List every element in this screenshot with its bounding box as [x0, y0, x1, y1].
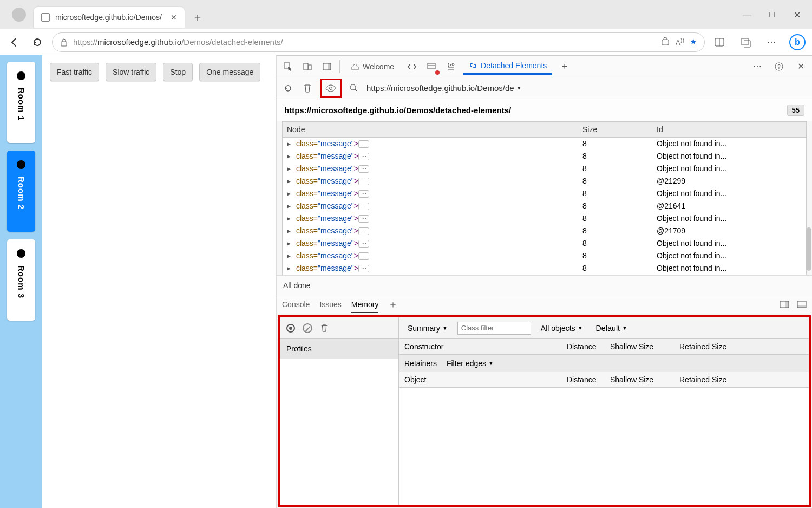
col-distance[interactable]: Distance — [561, 339, 605, 354]
col-node[interactable]: Node — [283, 122, 578, 137]
devtools-tab-bar: Welcome Detached Elements ＋ ⋯ ? ✕ — [277, 56, 812, 77]
read-aloud-icon[interactable]: A)) — [676, 37, 684, 47]
refresh-button[interactable] — [29, 34, 45, 50]
one-message-button[interactable]: One message — [199, 63, 260, 81]
stop-button[interactable]: Stop — [163, 63, 193, 81]
node-cell: ▸ class="message">⋯ — [283, 138, 578, 150]
tab-console[interactable]: Console — [282, 300, 310, 309]
col-distance2[interactable]: Distance — [561, 372, 605, 387]
browser-tab[interactable]: microsoftedge.github.io/Demos/ ✕ — [34, 7, 185, 28]
more-icon[interactable]: ⋯ — [763, 34, 780, 50]
object-headers: Object Distance Shallow Size Retained Si… — [399, 372, 809, 388]
col-size[interactable]: Size — [578, 122, 652, 137]
svg-rect-9 — [328, 63, 331, 70]
expand-drawer-icon[interactable] — [797, 301, 807, 308]
delete-profile-icon[interactable] — [320, 324, 329, 333]
svg-point-15 — [330, 87, 332, 89]
table-row[interactable]: ▸ class="message">⋯8Object not found in.… — [283, 150, 806, 162]
table-row[interactable]: ▸ class="message">⋯8@21641 — [283, 200, 806, 212]
col-constructor[interactable]: Constructor — [399, 339, 561, 354]
delete-icon[interactable] — [300, 81, 315, 95]
col-retained-size2[interactable]: Retained Size — [674, 372, 809, 387]
table-row[interactable]: ▸ class="message">⋯8Object not found in.… — [283, 237, 806, 250]
panel-icon[interactable] — [320, 60, 334, 74]
room-3-button[interactable]: Room 3 — [7, 239, 35, 321]
close-tab-icon[interactable]: ✕ — [171, 13, 177, 22]
table-row[interactable]: ▸ class="message">⋯8Object not found in.… — [283, 187, 806, 200]
table-row[interactable]: ▸ class="message">⋯8Object not found in.… — [283, 250, 806, 262]
view-selector[interactable]: Summary ▼ — [404, 323, 451, 334]
inspect-icon[interactable] — [281, 60, 295, 74]
minimize-icon[interactable]: — — [742, 10, 752, 20]
tab-memory[interactable]: Memory — [351, 300, 379, 313]
col-object[interactable]: Object — [399, 372, 561, 387]
tab-detached-elements[interactable]: Detached Elements — [463, 58, 552, 75]
room-1-button[interactable]: Room 1 — [7, 62, 35, 143]
search-icon[interactable] — [347, 81, 361, 95]
collections-icon[interactable] — [737, 34, 754, 50]
filter-edges-dropdown[interactable]: Filter edges ▼ — [443, 358, 497, 369]
table-row[interactable]: ▸ class="message">⋯8Object not found in.… — [283, 138, 806, 150]
elements-icon[interactable] — [405, 60, 419, 74]
favorite-star-icon[interactable]: ★ — [690, 37, 697, 47]
tab-welcome[interactable]: Welcome — [345, 59, 400, 74]
table-row[interactable]: ▸ class="message">⋯8@21709 — [283, 225, 806, 237]
table-row[interactable]: ▸ class="message">⋯8Object not found in.… — [283, 212, 806, 225]
detached-toolbar: https://microsoftedge.github.io/Demos/de… — [277, 77, 812, 99]
shopping-icon[interactable] — [660, 37, 670, 47]
origin-selector[interactable]: https://microsoftedge.github.io/Demos/de… — [366, 83, 522, 93]
more-tools-icon[interactable]: ⋯ — [750, 60, 764, 74]
table-row[interactable]: ▸ class="message">⋯8Object not found in.… — [283, 162, 806, 175]
svg-text:?: ? — [777, 64, 781, 70]
help-icon[interactable]: ? — [772, 60, 786, 74]
svg-rect-0 — [61, 42, 67, 46]
add-drawer-tab-icon[interactable]: ＋ — [388, 298, 398, 311]
add-tab-icon[interactable]: ＋ — [558, 60, 572, 74]
id-cell: @21641 — [652, 200, 806, 212]
room-label: Room 2 — [17, 177, 26, 210]
close-window-icon[interactable]: ✕ — [791, 10, 802, 20]
bing-icon[interactable]: b — [789, 34, 806, 50]
col-shallow-size2[interactable]: Shallow Size — [605, 372, 674, 387]
slow-traffic-button[interactable]: Slow traffic — [106, 63, 156, 81]
device-icon[interactable] — [300, 60, 315, 74]
size-cell: 8 — [578, 237, 652, 250]
origin-url: https://microsoftedge.github.io/Demos/de… — [284, 106, 511, 115]
network-icon[interactable] — [424, 60, 438, 74]
devtools-pane: Welcome Detached Elements ＋ ⋯ ? ✕ — [277, 55, 812, 508]
room-label: Room 1 — [17, 88, 26, 121]
id-cell: Object not found in... — [652, 212, 806, 225]
col-retained-size[interactable]: Retained Size — [674, 339, 809, 354]
dock-icon[interactable] — [780, 301, 789, 308]
svg-rect-21 — [797, 305, 806, 308]
scrollbar-thumb[interactable] — [806, 227, 811, 271]
id-cell: @21709 — [652, 225, 806, 237]
room-2-button[interactable]: Room 2 — [7, 151, 35, 232]
address-bar[interactable]: https://microsoftedge.github.io/Demos/de… — [52, 32, 705, 52]
new-tab-button[interactable]: ＋ — [189, 9, 206, 26]
refresh-icon[interactable] — [281, 81, 295, 95]
status-dot — [17, 160, 25, 169]
node-cell: ▸ class="message">⋯ — [283, 162, 578, 175]
tab-issues[interactable]: Issues — [319, 300, 341, 309]
sources-icon[interactable] — [444, 60, 458, 74]
col-shallow-size[interactable]: Shallow Size — [605, 339, 674, 354]
retainers-filter[interactable]: Default ▼ — [593, 323, 631, 334]
objects-filter[interactable]: All objects ▼ — [538, 323, 586, 334]
split-screen-icon[interactable] — [711, 34, 728, 50]
maximize-icon[interactable]: □ — [767, 10, 777, 20]
record-icon[interactable] — [286, 324, 295, 333]
profile-avatar[interactable] — [12, 8, 26, 22]
fast-traffic-button[interactable]: Fast traffic — [50, 63, 99, 81]
back-button[interactable] — [6, 34, 23, 50]
node-cell: ▸ class="message">⋯ — [283, 187, 578, 200]
table-row[interactable]: ▸ class="message">⋯8@21299 — [283, 175, 806, 187]
browser-tab-strip: microsoftedge.github.io/Demos/ ✕ ＋ — □ ✕ — [0, 0, 812, 29]
col-id[interactable]: Id — [652, 122, 806, 137]
table-row[interactable]: ▸ class="message">⋯8Object not found in.… — [283, 262, 806, 275]
analyze-button-highlighted[interactable] — [320, 79, 342, 98]
close-devtools-icon[interactable]: ✕ — [794, 60, 808, 74]
clear-icon[interactable] — [303, 323, 312, 333]
class-filter-input[interactable] — [457, 322, 531, 335]
svg-rect-7 — [309, 65, 311, 70]
